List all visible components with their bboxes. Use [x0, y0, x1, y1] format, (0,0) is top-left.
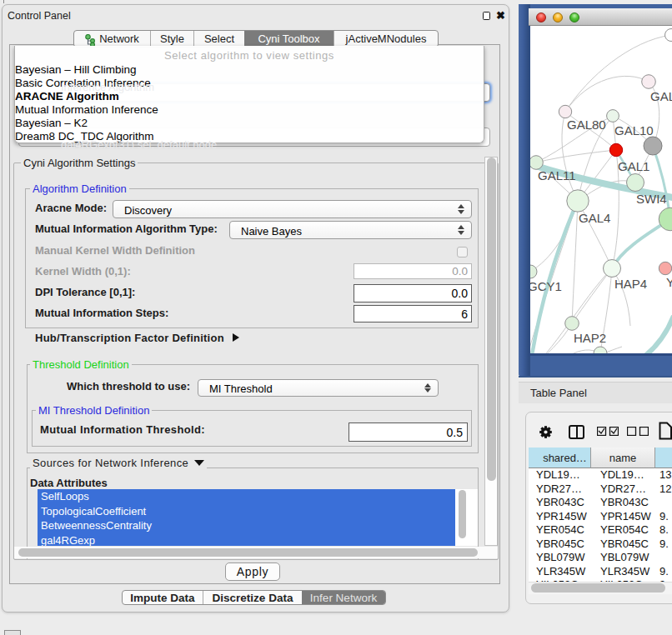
svg-text:GAL80: GAL80	[567, 118, 606, 132]
svg-text:GAL11: GAL11	[538, 168, 576, 182]
svg-text:Y: Y	[666, 275, 672, 289]
svg-text:GAL4: GAL4	[579, 211, 610, 225]
svg-text:HAP2: HAP2	[574, 331, 606, 345]
svg-text:GAL1: GAL1	[618, 159, 649, 173]
svg-text:SWI4: SWI4	[636, 192, 667, 206]
svg-text:GAL10: GAL10	[614, 123, 654, 138]
svg-text:HAP4: HAP4	[614, 277, 647, 291]
svg-text:GCY1: GCY1	[530, 279, 562, 293]
svg-text:GAL: GAL	[650, 89, 672, 103]
